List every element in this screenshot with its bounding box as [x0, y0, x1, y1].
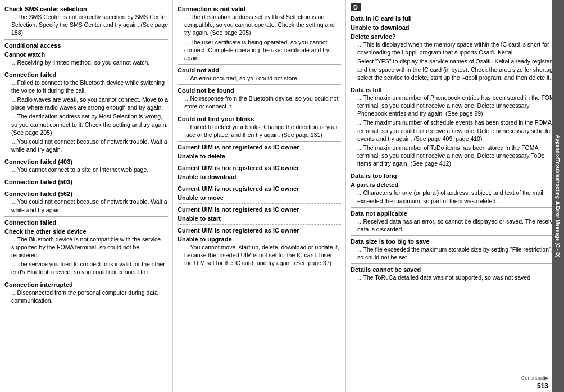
- section-title: Connection failed: [4, 71, 168, 78]
- left-column: Check SMS center selection …The SMS Cent…: [0, 0, 173, 392]
- section-title: Connection is not valid: [178, 6, 341, 12]
- section-title: Current UIM is not registered as IC owne…: [178, 206, 341, 213]
- section-check-sms: Check SMS center selection …The SMS Cent…: [4, 6, 168, 37]
- section-title: Current UIM is not registered as IC owne…: [178, 144, 341, 151]
- section-title: Data size is too big to save: [351, 238, 560, 245]
- section-title: Data in IC card is full: [351, 15, 560, 22]
- divider: [178, 141, 341, 142]
- section-body: …Failed to detect your blinks. Change th…: [178, 123, 341, 139]
- continued-label: Continued▶: [521, 375, 548, 381]
- section-title: Connection failed: [4, 219, 168, 226]
- section-uim-upgrade: Current UIM is not registered as IC owne…: [178, 227, 341, 267]
- section-title: Current UIM is not registered as IC owne…: [178, 185, 341, 192]
- divider: [351, 263, 560, 264]
- divider: [351, 170, 560, 170]
- section-title: Current UIM is not registered as IC owne…: [178, 165, 341, 171]
- section-connection-failed: Connection failed …Failed to connect to …: [4, 71, 168, 154]
- section-body: …Disconnected from the personal computer…: [4, 289, 168, 304]
- section-connection-not-valid: Connection is not valid …The destination…: [178, 6, 341, 62]
- section-title: Could not add: [178, 67, 341, 74]
- section-connection-failed-562: Connection failed (562) …You could not c…: [4, 190, 168, 213]
- item-1: …The service you tried to connect to is …: [4, 260, 168, 276]
- section-data-too-long: Data is too long A part is deleted …Char…: [351, 172, 560, 204]
- item-0: …Failed to connect to the Bluetooth devi…: [4, 79, 168, 94]
- section-subtitle2: Delete service?: [351, 33, 560, 40]
- section-title: Connection interrupted: [4, 281, 168, 288]
- section-title: Data is full: [351, 86, 560, 93]
- sidebar-label-inner: Appendix/Troubleshooting ▶Error Message …: [555, 135, 561, 258]
- section-title: Data not applicable: [351, 210, 560, 217]
- section-connection-interrupted: Connection interrupted …Disconnected fro…: [4, 281, 168, 304]
- item-0: …The Bluetooth device is not compatible …: [4, 235, 168, 259]
- section-body: …The file exceeded the maximum storable …: [351, 245, 560, 261]
- divider: [351, 235, 560, 236]
- item-1: …The maximum number of schedule events h…: [351, 118, 560, 143]
- item-2: …The maximum number of ToDo items has be…: [351, 144, 560, 168]
- section-uim-download: Current UIM is not registered as IC owne…: [178, 165, 341, 180]
- item-0: …You cannot move, start up, delete, down…: [178, 243, 341, 267]
- dashed-divider: [4, 176, 168, 176]
- section-title: Could not find your blinks: [178, 116, 341, 122]
- divider: [4, 279, 168, 279]
- section-data-not-applicable: Data not applicable …Received data has a…: [351, 210, 560, 233]
- section-title: Could not be found: [178, 87, 341, 94]
- dashed-divider: [178, 203, 341, 204]
- item-0: …The maximum number of Phonebook entries…: [351, 94, 560, 118]
- section-connection-failed-403: Connection failed (403) …You cannot conn…: [4, 158, 168, 174]
- sidebar-text: Appendix/Troubleshooting ▶Error Message …: [555, 135, 561, 258]
- section-body: …The ToRuCa detailed data was not suppor…: [351, 274, 560, 281]
- section-body: …The SMS Center is not correctly specifi…: [4, 13, 168, 37]
- section-title: Data is too long: [351, 172, 560, 179]
- section-subtitle: Unable to download: [178, 174, 341, 180]
- divider: [4, 69, 168, 69]
- dashed-divider: [178, 224, 341, 225]
- section-subtitle: Unable to move: [178, 194, 341, 201]
- dashed-divider: [178, 183, 341, 183]
- sidebar-label: Appendix/Troubleshooting ▶Error Message …: [552, 0, 564, 392]
- section-subtitle: Unable to start: [178, 215, 341, 222]
- section-data-ic-full: Data in IC card is full Unable to downlo…: [351, 15, 560, 81]
- section-body: …You cannot connect to a site or Interne…: [4, 166, 168, 174]
- dashed-divider: [178, 162, 341, 162]
- divider: [4, 39, 168, 40]
- section-data-size-too-big: Data size is too big to save …The file e…: [351, 238, 560, 261]
- section-body: …No response from the Bluetooth device, …: [178, 94, 341, 110]
- section-could-not-add: Could not add …An error occurred, so you…: [178, 67, 341, 82]
- section-body: …Receiving by limited method, so you can…: [4, 58, 168, 66]
- section-uim-delete: Current UIM is not registered as IC owne…: [178, 144, 341, 159]
- section-details-cannot-be-saved: Details cannot be saved …The ToRuCa deta…: [351, 266, 560, 281]
- section-subtitle: Check the other side device: [4, 228, 168, 235]
- divider: [4, 216, 168, 217]
- section-conditional-access: Conditional access Cannot watch …Receivi…: [4, 42, 168, 66]
- section-subtitle: Unable to download: [351, 24, 560, 31]
- section-subtitle: A part is deleted: [351, 181, 560, 188]
- section-body: …Received data has an error, so cannot b…: [351, 217, 560, 233]
- item-1: …The user certificate is being operated,…: [178, 38, 341, 62]
- divider: [178, 113, 341, 113]
- divider: [4, 156, 168, 156]
- section-uim-move: Current UIM is not registered as IC owne…: [178, 185, 341, 201]
- section-title: Details cannot be saved: [351, 266, 560, 273]
- section-data-full: Data is full …The maximum number of Phon…: [351, 86, 560, 168]
- section-could-not-find-blinks: Could not find your blinks …Failed to de…: [178, 116, 341, 139]
- divider: [351, 84, 560, 84]
- item-0: …The destination address set by Host Sel…: [178, 13, 341, 37]
- section-connection-failed-check: Connection failed Check the other side d…: [4, 219, 168, 276]
- section-subtitle: Unable to upgrade: [178, 236, 341, 243]
- dashed-divider: [4, 188, 168, 188]
- section-body: …An error occurred, so you could not sto…: [178, 74, 341, 82]
- item-2: …The destination address set by Host Sel…: [4, 112, 168, 136]
- divider: [178, 84, 341, 85]
- item-0: …This is displayed when the memory space…: [351, 40, 560, 56]
- section-title: Current UIM is not registered as IC owne…: [178, 227, 341, 234]
- section-title: Connection failed (403): [4, 158, 168, 165]
- section-title: Check SMS center selection: [4, 6, 168, 12]
- d-badge: D: [351, 3, 361, 11]
- page-number: 513: [537, 382, 548, 390]
- divider: [178, 64, 341, 65]
- item-1: Select "YES" to display the service name…: [351, 57, 560, 81]
- middle-column: Connection is not valid …The destination…: [173, 0, 346, 392]
- section-could-not-be-found: Could not be found …No response from the…: [178, 87, 341, 110]
- section-body: …You could not connect because of networ…: [4, 198, 168, 213]
- right-column: D Data in IC card is full Unable to down…: [346, 0, 564, 392]
